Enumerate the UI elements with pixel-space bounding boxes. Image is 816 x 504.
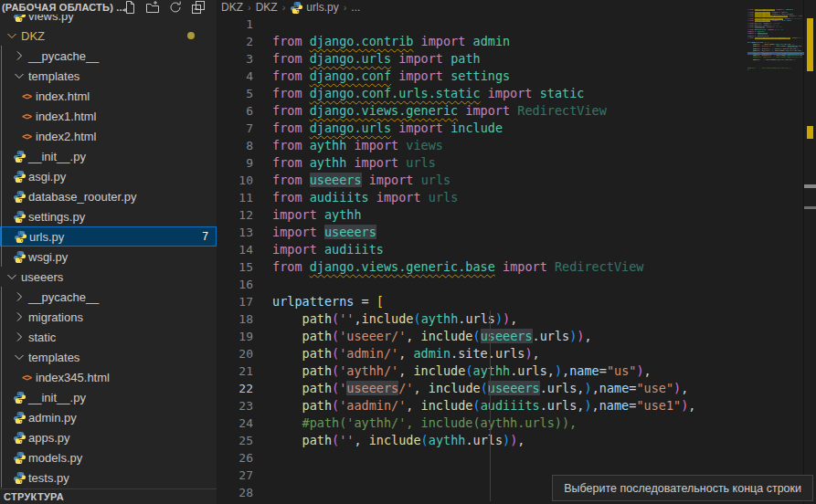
line-number[interactable]: 1 — [217, 16, 253, 33]
chevron-right-icon[interactable] — [12, 48, 26, 63]
breadcrumb-item[interactable]: ... — [351, 1, 360, 14]
code-line-9[interactable]: 9from aythh import urls — [217, 154, 436, 172]
line-number[interactable]: 8 — [217, 137, 253, 154]
line-number[interactable]: 15 — [217, 258, 253, 276]
tree-item-index-html[interactable]: <>index.html — [0, 86, 217, 106]
tree-item-settings-py[interactable]: settings.py — [0, 206, 217, 226]
chevron-right-icon[interactable] — [12, 289, 26, 304]
explorer-section-header[interactable]: (РАБОЧАЯ ОБЛАСТЬ) ... — [0, 0, 217, 15]
tree-item-database-roouter-py[interactable]: database_roouter.py — [0, 186, 217, 206]
line-number[interactable]: 16 — [217, 276, 253, 293]
line-number[interactable]: 7 — [217, 120, 253, 137]
tree-item-apps-py[interactable]: apps.py — [0, 427, 217, 447]
code-line-12[interactable]: 12import aythh — [217, 206, 362, 224]
line-number[interactable]: 24 — [217, 415, 253, 432]
line-number[interactable]: 28 — [217, 484, 253, 501]
refresh-icon[interactable] — [168, 0, 183, 15]
code-line-11[interactable]: 11from audiiits import urls — [217, 189, 458, 206]
line-number[interactable]: 10 — [217, 172, 253, 189]
code-line-8[interactable]: 8from aythh import views — [217, 137, 443, 154]
code-line-27[interactable]: 27 — [217, 467, 272, 484]
chevron-right-icon[interactable] — [12, 310, 26, 324]
chevron-down-icon[interactable] — [12, 68, 26, 83]
code-line-14[interactable]: 14import audiiits — [217, 241, 384, 258]
tree-item-asgi-py[interactable]: asgi.py — [0, 166, 217, 186]
line-number[interactable]: 11 — [217, 189, 253, 206]
tree-item-index2-html[interactable]: <>index2.html — [0, 126, 217, 146]
code-token: from — [272, 51, 302, 66]
code-line-25[interactable]: 25 path('', include(aythh.urls)), — [217, 432, 525, 449]
line-number[interactable]: 9 — [217, 154, 253, 172]
code-line-6[interactable]: 6from django.views.generic import Redire… — [217, 102, 607, 120]
line-number[interactable]: 23 — [217, 397, 253, 415]
line-number[interactable]: 17 — [217, 293, 253, 310]
code-line-19[interactable]: 19 path('useeer/', include(useeers.urls)… — [217, 328, 592, 345]
line-number[interactable]: 12 — [217, 206, 253, 224]
line-number[interactable]: 13 — [217, 224, 253, 241]
tree-item-static[interactable]: static — [0, 327, 217, 347]
breadcrumb-item[interactable]: urls.py — [290, 1, 338, 15]
line-number[interactable]: 21 — [217, 362, 253, 380]
chevron-down-icon[interactable] — [12, 350, 26, 364]
outline-section-header[interactable]: СТРУКТУРА — [0, 488, 217, 504]
tree-item-index1-html[interactable]: <>index1.html — [0, 106, 217, 126]
breadcrumb-item[interactable]: DKZ — [221, 1, 243, 14]
tree-item-tests-py[interactable]: tests.py — [0, 467, 217, 488]
chevron-right-icon[interactable] — [12, 330, 26, 344]
chevron-down-icon[interactable] — [5, 269, 19, 284]
code-line-24[interactable]: 24 #path('aythh/', include(aythh.urls)), — [217, 415, 577, 432]
tree-item-admin-py[interactable]: admin.py — [0, 407, 217, 427]
new-file-icon[interactable] — [122, 0, 137, 15]
tree-item-wsgi-py[interactable]: wsgi.py — [0, 247, 217, 267]
code-line-26[interactable]: 26 — [217, 449, 272, 467]
tree-item-templates[interactable]: templates — [0, 66, 217, 86]
code-line-20[interactable]: 20 path('admin/', admin.site.urls), — [217, 345, 540, 362]
code-line-15[interactable]: 15from django.views.generic.base import … — [217, 258, 643, 276]
code-line-13[interactable]: 13import useeers — [217, 224, 376, 241]
line-number[interactable]: 6 — [217, 102, 253, 120]
code-line-23[interactable]: 23 path('aadmin/', include(audiiits.urls… — [217, 397, 695, 415]
code-line-3[interactable]: 3from django.urls import path — [217, 50, 481, 68]
minimap[interactable]: from django.contrib import adminfrom dja… — [747, 7, 802, 172]
tree-item-models-py[interactable]: models.py — [0, 447, 217, 467]
code-line-22[interactable]: 22 path('useeers/', include(useeers.urls… — [217, 380, 688, 397]
line-number[interactable]: 3 — [217, 50, 253, 68]
line-number[interactable]: 4 — [217, 68, 253, 85]
new-folder-icon[interactable] — [145, 0, 160, 15]
line-number[interactable]: 18 — [217, 310, 253, 328]
tree-item--init-py[interactable]: __init__.py — [0, 387, 217, 407]
tree-item-urls-py[interactable]: urls.py7 — [0, 226, 217, 247]
tree-item--init-py[interactable]: __init__.py — [0, 146, 217, 166]
line-number[interactable]: 5 — [217, 85, 253, 102]
line-number[interactable]: 2 — [217, 33, 253, 50]
tree-item--pycache-[interactable]: __pycache__ — [0, 287, 217, 307]
code-line-2[interactable]: 2from django.contrib import admin — [217, 33, 510, 50]
code-line-10[interactable]: 10from useeers import urls — [217, 172, 450, 189]
line-number[interactable]: 22 — [217, 380, 253, 397]
code-line-4[interactable]: 4from django.conf import settings — [217, 68, 510, 85]
line-number[interactable]: 25 — [217, 432, 253, 449]
tree-item--pycache-[interactable]: __pycache__ — [0, 46, 217, 66]
line-number[interactable]: 27 — [217, 467, 253, 484]
tree-item-dkz[interactable]: DKZ — [0, 26, 217, 46]
tree-item-useeers[interactable]: useeers — [0, 267, 217, 287]
line-number[interactable]: 14 — [217, 241, 253, 258]
code-line-5[interactable]: 5from django.conf.urls.static import sta… — [217, 85, 584, 102]
collapse-all-icon[interactable] — [191, 0, 206, 15]
line-number[interactable]: 19 — [217, 328, 253, 345]
tree-item-migrations[interactable]: migrations — [0, 307, 217, 327]
code-line-1[interactable]: 1 — [217, 16, 272, 33]
code-line-18[interactable]: 18 path('',include(aythh.urls)), — [217, 310, 517, 328]
line-number[interactable]: 20 — [217, 345, 253, 362]
tree-item-index345-html[interactable]: <>index345.html — [0, 367, 217, 387]
chevron-down-icon[interactable] — [5, 28, 19, 43]
tree-item-templates[interactable]: templates — [0, 347, 217, 367]
code-line-17[interactable]: 17urlpatterns = [ — [217, 293, 384, 310]
code-line-16[interactable]: 16 — [217, 276, 272, 293]
overview-ruler[interactable] — [804, 0, 816, 504]
code-line-21[interactable]: 21 path('aythh/', include(aythh.urls,),n… — [217, 362, 652, 380]
code-line-28[interactable]: 28 — [217, 484, 272, 501]
line-number[interactable]: 26 — [217, 449, 253, 467]
breadcrumb-item[interactable]: DKZ — [256, 1, 278, 14]
code-line-7[interactable]: 7from django.urls import include — [217, 120, 503, 137]
